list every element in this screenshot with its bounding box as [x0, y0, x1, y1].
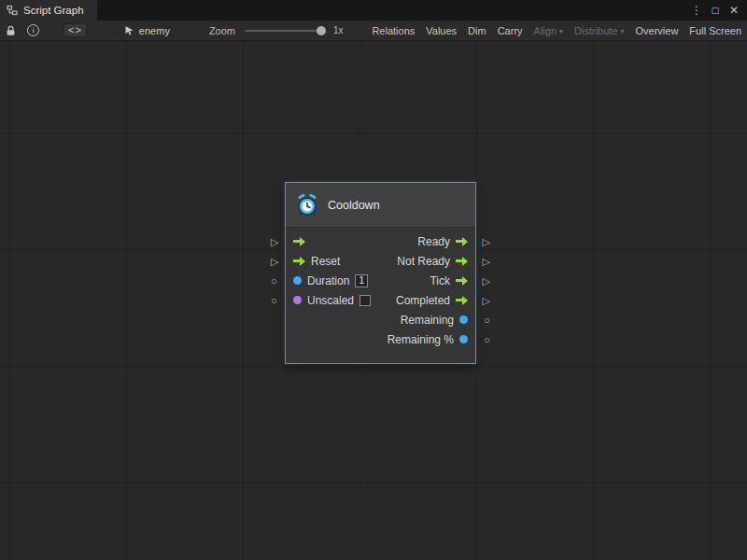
info-icon[interactable]: i: [27, 24, 39, 36]
left-value-port-marker[interactable]: ○: [271, 275, 277, 286]
port-row: ○Duration▷Tick: [286, 271, 475, 290]
toolbar-button-label: Dim: [468, 25, 486, 36]
graph-toolbar: i <> enemy Zoom 1x RelationsValuesDimCar…: [0, 21, 747, 41]
window-controls: ⋮ □ ✕: [689, 0, 747, 21]
graph-owner[interactable]: enemy: [124, 25, 170, 36]
toolbar-button-label: Values: [426, 25, 457, 36]
toolbar-button-label: Distribute: [574, 25, 617, 36]
input-port-label: Unscaled: [307, 294, 354, 307]
output-value-port-icon[interactable]: [459, 335, 468, 343]
input-port-label: Reset: [311, 255, 340, 268]
input-port-label: Duration: [307, 274, 349, 287]
node-ports: ▷▷Ready▷Reset▷Not Ready○Duration▷Tick○Un…: [286, 228, 475, 363]
dropdown-arrow-icon: ▾: [559, 27, 563, 35]
zoom-slider[interactable]: [245, 30, 325, 32]
pointer-icon: [124, 25, 134, 35]
code-preview-button[interactable]: <>: [63, 23, 87, 37]
right-value-port-marker[interactable]: ○: [484, 334, 490, 344]
toolbar-button-relations[interactable]: Relations: [366, 21, 420, 40]
output-port-label: Completed: [396, 294, 450, 307]
left-value-port-marker[interactable]: ○: [271, 295, 277, 305]
input-flow-port-icon[interactable]: [293, 257, 305, 266]
toolbar-button-carry[interactable]: Carry: [492, 21, 529, 40]
output-flow-port-icon[interactable]: [456, 296, 468, 305]
tab-title: Script Graph: [23, 5, 84, 16]
port-row: ▷▷Ready: [286, 231, 475, 251]
output-port-label: Remaining %: [388, 333, 454, 346]
left-flow-port-marker[interactable]: ▷: [271, 256, 278, 266]
toolbar-buttons: RelationsValuesDimCarryAlign▾Distribute▾…: [366, 21, 747, 40]
input-value-port-icon[interactable]: [293, 296, 302, 304]
right-flow-port-marker[interactable]: ▷: [483, 256, 490, 266]
node-header[interactable]: Cooldown: [286, 183, 475, 228]
toolbar-button-dim[interactable]: Dim: [462, 21, 492, 40]
output-flow-port-icon[interactable]: [456, 257, 468, 266]
input-value-port-icon[interactable]: [293, 276, 302, 285]
toolbar-button-distribute: Distribute▾: [569, 21, 629, 40]
toolbar-button-label: Align: [534, 25, 557, 36]
right-flow-port-marker[interactable]: ▷: [483, 275, 490, 286]
left-flow-port-marker[interactable]: ▷: [271, 236, 278, 246]
output-flow-port-icon[interactable]: [456, 237, 468, 246]
zoom-label: Zoom: [209, 25, 235, 36]
toolbar-button-label: Full Screen: [689, 25, 741, 36]
script-graph-icon: [7, 5, 18, 16]
toolbar-button-label: Relations: [372, 25, 415, 36]
output-flow-port-icon[interactable]: [456, 276, 468, 286]
toolbar-button-overview[interactable]: Overview: [630, 21, 684, 40]
right-flow-port-marker[interactable]: ▷: [483, 295, 490, 305]
toolbar-button-label: Carry: [498, 25, 523, 36]
right-value-port-marker[interactable]: ○: [484, 315, 490, 325]
right-flow-port-marker[interactable]: ▷: [483, 236, 490, 246]
toolbar-button-full-screen[interactable]: Full Screen: [684, 21, 747, 40]
tab-script-graph[interactable]: Script Graph: [0, 0, 97, 21]
info-glyph: i: [32, 26, 35, 35]
output-port-label: Tick: [430, 274, 450, 287]
unscaled-checkbox[interactable]: [359, 295, 371, 306]
toolbar-button-label: Overview: [636, 25, 679, 36]
alarm-clock-icon: [295, 193, 319, 217]
titlebar: Script Graph ⋮ □ ✕: [0, 0, 747, 21]
input-flow-port-icon[interactable]: [293, 237, 305, 246]
close-icon[interactable]: ✕: [726, 0, 741, 21]
toolbar-button-values[interactable]: Values: [420, 21, 462, 40]
duration-field[interactable]: [355, 274, 368, 287]
dropdown-arrow-icon: ▾: [621, 27, 625, 35]
output-port-label: Ready: [417, 235, 450, 248]
lock-icon[interactable]: [6, 25, 16, 36]
port-row: ○Unscaled▷Completed: [286, 290, 475, 310]
graph-owner-label: enemy: [139, 25, 170, 36]
port-row: ○Remaining: [286, 310, 475, 329]
cooldown-node[interactable]: Cooldown ▷▷Ready▷Reset▷Not Ready○Duratio…: [285, 182, 476, 364]
port-row: ○Remaining %: [286, 329, 475, 349]
output-port-label: Not Ready: [397, 255, 450, 268]
kebab-menu-icon[interactable]: ⋮: [689, 0, 704, 21]
output-port-label: Remaining: [401, 314, 454, 327]
node-title: Cooldown: [328, 199, 380, 212]
zoom-value: 1x: [333, 25, 344, 35]
graph-canvas[interactable]: Cooldown ▷▷Ready▷Reset▷Not Ready○Duratio…: [0, 41, 747, 560]
toolbar-button-align: Align▾: [529, 21, 569, 40]
maximize-icon[interactable]: □: [708, 0, 723, 21]
output-value-port-icon[interactable]: [459, 315, 468, 324]
script-graph-window: Script Graph ⋮ □ ✕ i <> enemy Zoom: [0, 0, 747, 560]
port-row: ▷Reset▷Not Ready: [286, 251, 475, 271]
zoom-slider-handle[interactable]: [317, 26, 326, 35]
